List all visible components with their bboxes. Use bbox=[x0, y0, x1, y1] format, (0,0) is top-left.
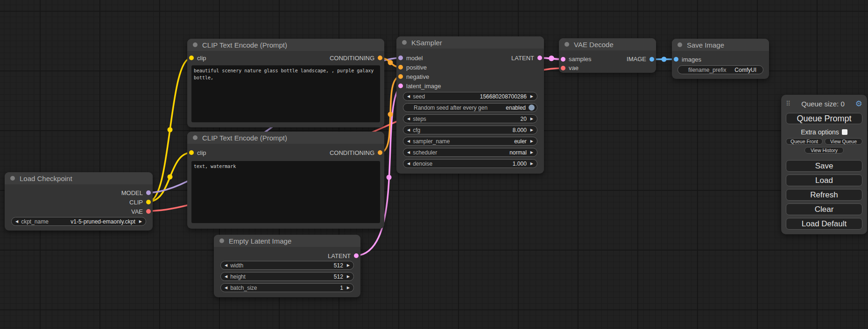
seed-widget[interactable]: ◀ seed 156680208700286 ▶ bbox=[403, 92, 537, 101]
queue-size-label: Queue size: 0 bbox=[790, 100, 855, 108]
node-title-bar[interactable]: KSampler bbox=[396, 36, 544, 49]
samples-input-dot[interactable] bbox=[561, 57, 565, 62]
decrement-arrow-icon[interactable]: ◀ bbox=[15, 220, 18, 224]
decrement-arrow-icon[interactable]: ◀ bbox=[407, 95, 410, 98]
collapse-dot-icon[interactable] bbox=[677, 42, 682, 47]
link-midpoint-dot[interactable] bbox=[388, 112, 393, 117]
conditioning-output-dot[interactable] bbox=[378, 150, 382, 155]
batch-size-widget[interactable]: ◀ batch_size 1 ▶ bbox=[220, 283, 354, 292]
increment-arrow-icon[interactable]: ▶ bbox=[530, 140, 533, 143]
latent-output-dot[interactable] bbox=[537, 56, 542, 60]
negative-input-dot[interactable] bbox=[398, 74, 403, 79]
queue-prompt-button[interactable]: Queue Prompt bbox=[786, 113, 862, 124]
load-button[interactable]: Load bbox=[786, 175, 862, 186]
increment-arrow-icon[interactable]: ▶ bbox=[347, 286, 350, 290]
node-clip-text-encode-positive[interactable]: CLIP Text Encode (Prompt) clip CONDITION… bbox=[187, 39, 384, 127]
increment-arrow-icon[interactable]: ▶ bbox=[139, 220, 142, 224]
positive-input-dot[interactable] bbox=[398, 65, 403, 70]
denoise-widget[interactable]: ◀ denoise 1.000 ▶ bbox=[403, 159, 537, 168]
link-midpoint-dot[interactable] bbox=[168, 175, 173, 180]
steps-widget[interactable]: ◀ steps 20 ▶ bbox=[403, 114, 537, 123]
width-widget[interactable]: ◀ width 512 ▶ bbox=[220, 261, 354, 270]
toggle-enabled-icon[interactable] bbox=[529, 105, 535, 111]
node-title-bar[interactable]: VAE Decode bbox=[559, 38, 656, 50]
clip-input-dot[interactable] bbox=[189, 150, 194, 155]
link-midpoint-dot[interactable] bbox=[662, 57, 667, 62]
widget-value: 8.000 bbox=[513, 127, 527, 133]
load-default-button[interactable]: Load Default bbox=[786, 218, 862, 230]
decrement-arrow-icon[interactable]: ◀ bbox=[407, 140, 410, 143]
drag-handle-icon[interactable]: ⠿ bbox=[786, 100, 790, 107]
collapse-dot-icon[interactable] bbox=[402, 40, 407, 45]
model-output-dot[interactable] bbox=[146, 190, 151, 195]
view-history-button[interactable]: View History bbox=[804, 147, 844, 154]
vae-output-dot[interactable] bbox=[146, 209, 151, 214]
decrement-arrow-icon[interactable]: ◀ bbox=[407, 151, 410, 154]
node-title-bar[interactable]: CLIP Text Encode (Prompt) bbox=[187, 132, 384, 144]
clear-button[interactable]: Clear bbox=[786, 203, 862, 215]
sampler-name-widget[interactable]: ◀ sampler_name euler ▶ bbox=[403, 137, 537, 146]
widget-label: denoise bbox=[413, 161, 432, 167]
clip-output-dot[interactable] bbox=[146, 200, 151, 204]
node-empty-latent-image[interactable]: Empty Latent Image LATENT ◀ width 512 ▶ … bbox=[214, 235, 360, 297]
collapse-dot-icon[interactable] bbox=[565, 42, 569, 47]
cfg-widget[interactable]: ◀ cfg 8.000 ▶ bbox=[403, 126, 537, 134]
scheduler-widget[interactable]: ◀ scheduler normal ▶ bbox=[403, 148, 537, 157]
random-seed-toggle-widget[interactable]: Random seed after every gen enabled bbox=[403, 103, 537, 112]
increment-arrow-icon[interactable]: ▶ bbox=[530, 117, 533, 121]
images-input-dot[interactable] bbox=[674, 57, 678, 62]
increment-arrow-icon[interactable]: ▶ bbox=[347, 264, 350, 267]
collapse-dot-icon[interactable] bbox=[193, 42, 198, 47]
node-ksampler[interactable]: KSampler model LATENT positive negative … bbox=[396, 36, 544, 174]
decrement-arrow-icon[interactable]: ◀ bbox=[407, 117, 410, 121]
decrement-arrow-icon[interactable]: ◀ bbox=[407, 162, 410, 166]
latent-output-dot[interactable] bbox=[354, 253, 359, 258]
output-label: CONDITIONING bbox=[330, 149, 374, 156]
widget-value: ComfyUI bbox=[734, 67, 756, 73]
node-title-bar[interactable]: Empty Latent Image bbox=[214, 235, 360, 247]
ckpt-name-widget[interactable]: ◀ ckpt_name v1-5-pruned-emaonly.ckpt ▶ bbox=[11, 217, 146, 226]
increment-arrow-icon[interactable]: ▶ bbox=[530, 95, 533, 98]
decrement-arrow-icon[interactable]: ◀ bbox=[407, 128, 410, 132]
node-save-image[interactable]: Save Image images filename_prefix ComfyU… bbox=[672, 39, 769, 79]
link-midpoint-dot[interactable] bbox=[168, 127, 173, 133]
node-title-bar[interactable]: Save Image bbox=[672, 39, 769, 51]
prompt-textarea[interactable]: beautiful scenery nature glass bottle la… bbox=[191, 65, 380, 122]
node-load-checkpoint[interactable]: Load Checkpoint MODEL CLIP VAE ◀ ckpt_na… bbox=[5, 172, 153, 231]
collapse-dot-icon[interactable] bbox=[193, 135, 198, 140]
decrement-arrow-icon[interactable]: ◀ bbox=[225, 275, 227, 279]
model-input-dot[interactable] bbox=[398, 56, 403, 60]
height-widget[interactable]: ◀ height 512 ▶ bbox=[220, 272, 354, 281]
queue-front-button[interactable]: Queue Front bbox=[786, 138, 823, 145]
link-midpoint-dot[interactable] bbox=[388, 60, 393, 65]
vae-input-dot[interactable] bbox=[561, 66, 565, 70]
settings-gear-icon[interactable]: ⚙ bbox=[855, 100, 862, 108]
increment-arrow-icon[interactable]: ▶ bbox=[347, 275, 350, 279]
node-vae-decode[interactable]: VAE Decode samples IMAGE vae bbox=[559, 38, 656, 73]
decrement-arrow-icon[interactable]: ◀ bbox=[225, 286, 227, 290]
extra-options-checkbox[interactable] bbox=[842, 129, 847, 135]
widget-label: ckpt_name bbox=[21, 218, 49, 225]
link-midpoint-dot[interactable] bbox=[549, 56, 554, 61]
node-title-bar[interactable]: Load Checkpoint bbox=[5, 172, 153, 184]
prompt-textarea[interactable]: text, watermark bbox=[191, 161, 380, 223]
collapse-dot-icon[interactable] bbox=[219, 238, 224, 243]
save-button[interactable]: Save bbox=[786, 160, 862, 172]
image-output-dot[interactable] bbox=[649, 57, 654, 62]
clip-input-dot[interactable] bbox=[189, 56, 194, 60]
graph-canvas[interactable]: { "link_colors": { "model": "#B39DDB", "… bbox=[0, 0, 868, 329]
increment-arrow-icon[interactable]: ▶ bbox=[530, 128, 533, 132]
refresh-button[interactable]: Refresh bbox=[786, 189, 862, 201]
node-title-bar[interactable]: CLIP Text Encode (Prompt) bbox=[187, 39, 384, 51]
link-midpoint-dot[interactable] bbox=[387, 175, 392, 180]
conditioning-output-dot[interactable] bbox=[378, 56, 382, 60]
decrement-arrow-icon[interactable]: ◀ bbox=[225, 264, 227, 267]
latent-image-input-dot[interactable] bbox=[398, 84, 403, 88]
filename-prefix-widget[interactable]: filename_prefix ComfyUI bbox=[677, 65, 763, 74]
collapse-dot-icon[interactable] bbox=[10, 176, 15, 181]
input-label: clip bbox=[197, 55, 206, 62]
node-clip-text-encode-negative[interactable]: CLIP Text Encode (Prompt) clip CONDITION… bbox=[187, 132, 384, 229]
view-queue-button[interactable]: View Queue bbox=[825, 138, 862, 145]
increment-arrow-icon[interactable]: ▶ bbox=[530, 151, 533, 154]
increment-arrow-icon[interactable]: ▶ bbox=[530, 162, 533, 166]
